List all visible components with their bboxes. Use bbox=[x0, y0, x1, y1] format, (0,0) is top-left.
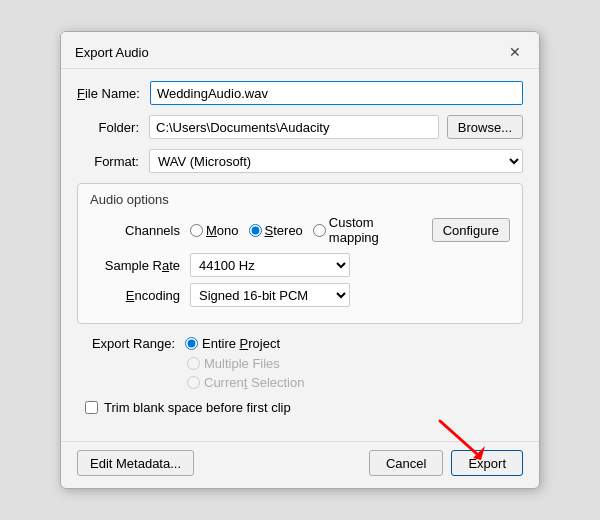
entire-project-option[interactable]: Entire Project bbox=[185, 336, 280, 351]
file-name-label: File Name: bbox=[77, 86, 140, 101]
current-selection-radio[interactable] bbox=[187, 376, 200, 389]
current-selection-label: Current Selection bbox=[204, 375, 304, 390]
encoding-select[interactable]: Signed 16-bit PCM Signed 24-bit PCM Sign… bbox=[190, 283, 350, 307]
trim-label: Trim blank space before first clip bbox=[104, 400, 291, 415]
folder-row: Folder: Browse... bbox=[77, 115, 523, 139]
entire-project-label: Entire Project bbox=[202, 336, 280, 351]
entire-project-radio[interactable] bbox=[185, 337, 198, 350]
export-audio-dialog: Export Audio ✕ File Name: Folder: Browse… bbox=[60, 31, 540, 489]
audio-options-label: Audio options bbox=[90, 192, 510, 207]
cancel-button[interactable]: Cancel bbox=[369, 450, 443, 476]
indent-options: Multiple Files Current Selection bbox=[85, 356, 523, 390]
stereo-option[interactable]: Stereo bbox=[249, 223, 303, 238]
multiple-files-radio[interactable] bbox=[187, 357, 200, 370]
export-range-section: Export Range: Entire Project Multiple Fi… bbox=[77, 336, 523, 390]
channels-row: Channels Mono Stereo Custom mapping Conf bbox=[90, 215, 510, 245]
multiple-files-option[interactable]: Multiple Files bbox=[187, 356, 523, 371]
mono-label: Mono bbox=[206, 223, 239, 238]
stereo-label: Stereo bbox=[265, 223, 303, 238]
sample-rate-label: Sample Rate bbox=[90, 258, 180, 273]
file-name-input[interactable] bbox=[150, 81, 523, 105]
encoding-label: Encoding bbox=[90, 288, 180, 303]
format-row: Format: WAV (Microsoft) AIFF MP3 OGG Vor… bbox=[77, 149, 523, 173]
mono-option[interactable]: Mono bbox=[190, 223, 239, 238]
folder-input[interactable] bbox=[149, 115, 439, 139]
edit-metadata-button[interactable]: Edit Metadata... bbox=[77, 450, 194, 476]
channels-label: Channels bbox=[90, 223, 180, 238]
footer-right: Cancel Export bbox=[369, 450, 523, 476]
browse-button[interactable]: Browse... bbox=[447, 115, 523, 139]
folder-label: Folder: bbox=[77, 120, 139, 135]
stereo-radio[interactable] bbox=[249, 224, 262, 237]
format-label: Format: bbox=[77, 154, 139, 169]
sample-rate-row: Sample Rate 8000 Hz 11025 Hz 16000 Hz 22… bbox=[90, 253, 510, 277]
custom-mapping-option[interactable]: Custom mapping bbox=[313, 215, 422, 245]
title-bar: Export Audio ✕ bbox=[61, 32, 539, 69]
close-button[interactable]: ✕ bbox=[505, 42, 525, 62]
custom-mapping-label: Custom mapping bbox=[329, 215, 422, 245]
export-button[interactable]: Export bbox=[451, 450, 523, 476]
multiple-files-label: Multiple Files bbox=[204, 356, 280, 371]
mono-radio[interactable] bbox=[190, 224, 203, 237]
encoding-row: Encoding Signed 16-bit PCM Signed 24-bit… bbox=[90, 283, 510, 307]
export-range-row: Export Range: Entire Project bbox=[85, 336, 523, 351]
trim-row: Trim blank space before first clip bbox=[77, 400, 523, 415]
sample-rate-select[interactable]: 8000 Hz 11025 Hz 16000 Hz 22050 Hz 44100… bbox=[190, 253, 350, 277]
dialog-body: File Name: Folder: Browse... Format: WAV… bbox=[61, 69, 539, 441]
dialog-footer: Edit Metadata... Cancel Export bbox=[61, 441, 539, 488]
dialog-title: Export Audio bbox=[75, 45, 149, 60]
audio-options-group: Audio options Channels Mono Stereo Cus bbox=[77, 183, 523, 324]
channels-radio-group: Mono Stereo Custom mapping Configure bbox=[190, 215, 510, 245]
file-name-row: File Name: bbox=[77, 81, 523, 105]
configure-button[interactable]: Configure bbox=[432, 218, 510, 242]
current-selection-option[interactable]: Current Selection bbox=[187, 375, 523, 390]
custom-mapping-radio[interactable] bbox=[313, 224, 326, 237]
export-range-label: Export Range: bbox=[85, 336, 175, 351]
trim-checkbox[interactable] bbox=[85, 401, 98, 414]
format-select[interactable]: WAV (Microsoft) AIFF MP3 OGG Vorbis FLAC bbox=[149, 149, 523, 173]
